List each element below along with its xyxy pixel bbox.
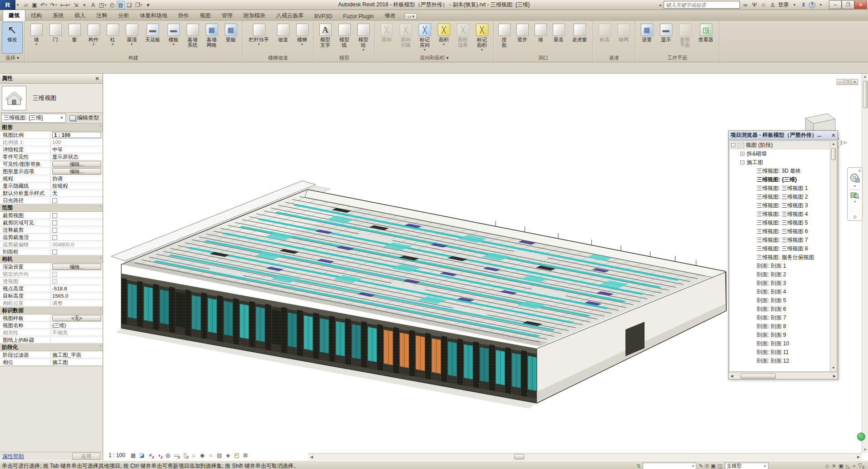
tree-expand-icon[interactable]: - (731, 143, 735, 147)
ribbon-button-楼板[interactable]: ▬楼板▼ (164, 22, 183, 54)
checkbox[interactable] (52, 249, 57, 254)
property-text[interactable]: -518.8 (52, 286, 67, 291)
property-input[interactable]: 1 : 100 (52, 132, 101, 138)
tab-协作[interactable]: 协作 (173, 10, 194, 21)
property-text[interactable]: 不相关 (52, 329, 68, 336)
navbar-close-icon[interactable]: ⊗ (858, 169, 861, 173)
worksharing-display-icon[interactable]: ⇅ (636, 463, 640, 469)
tree-item[interactable]: 剖面: 剖面 6 (729, 305, 830, 314)
highlight-displacement-sets-icon[interactable]: ◰ (233, 452, 241, 459)
ribbon-button-模型组[interactable]: 模型 组▼ (354, 22, 373, 54)
default-3d-view-icon[interactable]: ◳▾ (98, 1, 108, 9)
scroll-down-icon[interactable]: ▼ (862, 447, 868, 453)
switch-windows-icon[interactable]: ❐▾ (134, 1, 144, 9)
ribbon-button-天花板[interactable]: ▬天花板 (141, 22, 164, 54)
property-group-阶段化[interactable]: 阶段化ˆ (0, 344, 103, 351)
editing-requests-icon[interactable]: ✎ :0 (699, 463, 708, 469)
tree-item[interactable]: 三维视图: 三维视图 6 (729, 227, 830, 236)
property-value[interactable]: 无 (51, 190, 103, 196)
property-group-标识数据[interactable]: 标识数据ˆ (0, 307, 103, 314)
tree-item[interactable]: 三维视图: 服务台俯视图 (729, 253, 830, 262)
property-text[interactable]: 无 (52, 190, 58, 197)
tree-item[interactable]: 三维视图: 三维视图 8 (729, 244, 830, 253)
close-button[interactable]: ✕ (854, 0, 867, 9)
tab-八戒云族库[interactable]: 八戒云族库 (271, 10, 309, 21)
ribbon-button-坡道[interactable]: 坡道 (273, 22, 293, 54)
minimize-button[interactable]: ─ (829, 0, 842, 9)
scroll-thumb[interactable] (740, 374, 776, 379)
property-value[interactable]: -518.8 (51, 285, 103, 292)
tab-系统[interactable]: 系统 (47, 10, 69, 21)
select-underlay-elements-icon[interactable]: ✕ (832, 463, 836, 469)
temporary-view-properties-icon[interactable]: ▤ (216, 452, 223, 459)
restore-button[interactable]: ❐ (842, 0, 854, 9)
ribbon-button-标记面积[interactable]: ╳标记 面积▼ (472, 22, 491, 54)
close-hidden-windows-icon[interactable]: ❑ (125, 1, 134, 9)
property-value[interactable] (51, 197, 103, 204)
property-text[interactable]: 显示原状态 (52, 154, 79, 160)
tree-item[interactable]: 剖面: 剖面 10 (729, 339, 830, 348)
search-icon[interactable]: ∞ (742, 2, 749, 8)
visual-style-icon[interactable]: ◪ (138, 452, 146, 459)
panel-label[interactable]: 工作平面 (635, 55, 719, 61)
property-edit-button[interactable]: 编辑... (52, 168, 101, 175)
ribbon-button-面积[interactable]: ╳面积▼ (434, 22, 453, 54)
tab-修改[interactable]: 修改 (379, 10, 401, 21)
crop-view-icon[interactable]: ▭✗ (173, 452, 180, 459)
property-value[interactable] (51, 278, 103, 284)
ribbon-button-设置[interactable]: ▦设置 (637, 22, 656, 54)
ribbon-button-垂直[interactable]: 垂直 (549, 22, 568, 54)
view-close-icon[interactable]: ✕ (851, 79, 858, 85)
checkbox[interactable] (52, 228, 57, 233)
ribbon-button-模型文字[interactable]: A模型 文字 (316, 22, 335, 54)
active-workset-select[interactable]: ▼ (643, 463, 696, 469)
customize-qat-icon[interactable]: ▾ (144, 1, 152, 9)
design-option-select[interactable]: 主模型▼ (725, 463, 769, 469)
select-links-icon[interactable]: ◇ (825, 463, 829, 469)
property-value[interactable] (51, 248, 103, 255)
property-value[interactable]: 304800.0 (51, 241, 103, 248)
property-value[interactable]: 1565.0 (51, 292, 103, 299)
tree-item[interactable]: 剖面: 剖面 2 (729, 270, 830, 279)
reveal-constraints-icon[interactable]: ⊠ (242, 452, 249, 459)
edit-type-button[interactable]: 编辑类型 (67, 114, 101, 123)
ribbon-button-标记房间[interactable]: ╳标记 房间▼ (415, 22, 434, 54)
tab-插入[interactable]: 插入 (69, 10, 91, 21)
property-value[interactable]: 100 (51, 139, 103, 145)
tree-item[interactable]: 剖面: 剖面 8 (729, 322, 830, 331)
tab-建筑[interactable]: 建筑 (3, 10, 25, 21)
property-edit-button[interactable]: 编辑... (52, 161, 101, 167)
ribbon-button-门[interactable]: 门 (46, 22, 65, 54)
panel-label[interactable]: 楼梯坡道 (243, 55, 313, 61)
property-text[interactable]: 施工图 (52, 359, 68, 366)
open-icon[interactable]: ▱ (22, 1, 30, 9)
tree-item[interactable]: 剖面: 剖面 3 (729, 279, 830, 288)
property-value[interactable]: 按规程 (51, 182, 103, 189)
ribbon-button-楼梯[interactable]: 楼梯▼ (293, 22, 312, 54)
checkbox[interactable] (52, 198, 57, 203)
ribbon-button-竖梃[interactable]: ▦竖梃 (221, 22, 240, 54)
tree-item[interactable]: 剖面: 剖面 9 (729, 331, 830, 339)
tree-expand-icon[interactable]: + (740, 152, 744, 156)
tab-视图[interactable]: 视图 (194, 10, 216, 21)
unlocked-view-icon[interactable]: ⌂ (190, 452, 198, 459)
property-edit-button[interactable]: 编辑... (52, 264, 101, 270)
exchange-apps-icon[interactable]: X (800, 1, 807, 8)
section-icon[interactable]: ◴ (108, 1, 116, 9)
zoom-menu-arrow-icon[interactable]: ▼ (853, 200, 857, 203)
property-text[interactable]: 按规程 (52, 183, 68, 190)
checkbox[interactable] (52, 220, 57, 225)
scroll-up-icon[interactable]: ▲ (862, 74, 868, 80)
canvas-vertical-scrollbar[interactable]: ▲ ▼ (862, 74, 868, 453)
tree-item[interactable]: 剖面: 剖面 7 (729, 314, 830, 322)
ribbon-button-显示[interactable]: ▬显示 (656, 22, 675, 54)
property-value[interactable] (51, 219, 103, 226)
scroll-left-icon[interactable]: ◀ (729, 374, 735, 378)
save-icon[interactable]: ▣ (30, 1, 39, 9)
ribbon-button-墙[interactable]: 墙 (532, 22, 549, 54)
canvas-vscroll-thumb[interactable] (863, 81, 868, 108)
property-value[interactable] (51, 226, 103, 233)
tree-item[interactable]: 三维视图: 3D 最终 (729, 167, 830, 175)
detail-level-icon[interactable]: ▦ (129, 452, 137, 459)
user-icon[interactable]: ♙ (769, 2, 776, 8)
